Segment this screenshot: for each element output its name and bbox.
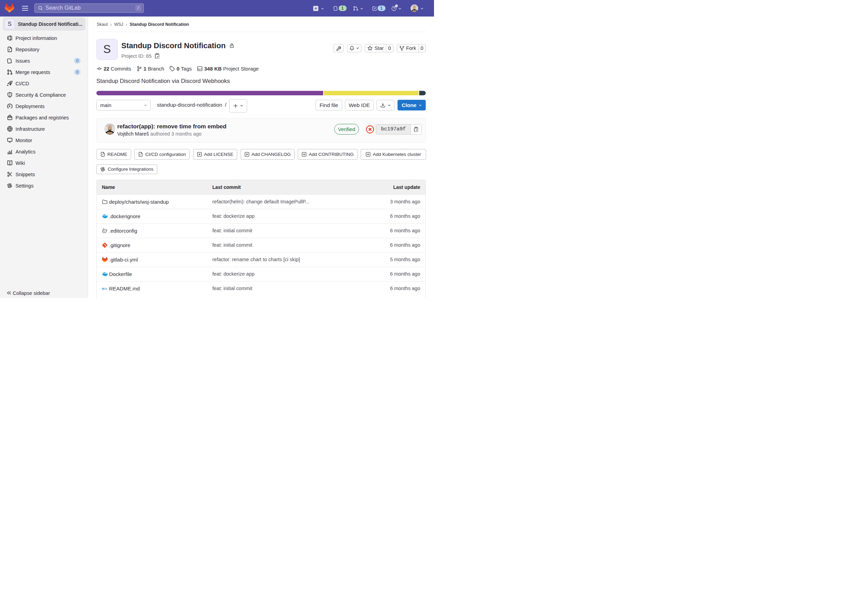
svg-text:M: M — [102, 287, 105, 291]
